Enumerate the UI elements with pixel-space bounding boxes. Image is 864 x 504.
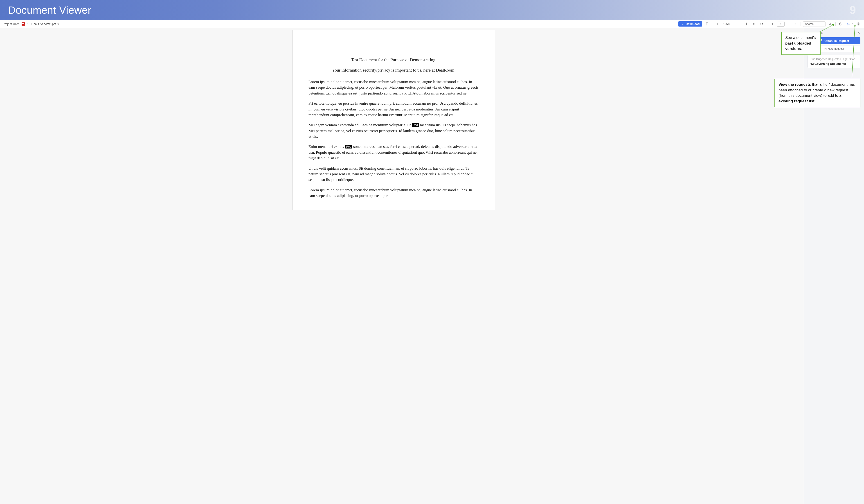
request-card[interactable]: Due Diligence Requests/Legal/Corpora... … (807, 55, 861, 68)
bookmark-button[interactable] (704, 21, 710, 27)
doc-title-1: Test Document for the Purpose of Demonst… (309, 57, 479, 62)
caret-right-icon (794, 22, 797, 26)
fit-height-button[interactable] (743, 21, 749, 27)
checklist-icon (847, 22, 850, 26)
close-panel-button[interactable] (857, 31, 861, 35)
doc-para: Lorem ipsum dolor sit amet, recusabo mne… (309, 187, 479, 199)
history-button[interactable] (838, 21, 844, 27)
fit-horizontal-icon (752, 22, 756, 26)
prev-page-button[interactable] (769, 21, 775, 27)
slide-title: Document Viewer (8, 4, 91, 16)
chevron-down-icon: ▼ (57, 23, 59, 25)
minus-icon (734, 22, 737, 26)
file-name-dropdown[interactable]: 11 Deal Overview .pdf ▼ (27, 22, 59, 26)
search-button[interactable] (827, 21, 833, 27)
doc-para: Lorem ipsum dolor sit amet, recusabo mne… (309, 79, 479, 96)
zoom-value: 125% (722, 23, 731, 26)
fit-width-button[interactable] (751, 21, 757, 27)
zoom-out-button[interactable] (733, 21, 739, 27)
doc-title-2: Your information security/privacy is imp… (309, 68, 479, 73)
request-breadcrumb: Due Diligence Requests/Legal/Corpora... (811, 58, 857, 61)
doc-para: Mei agam veniam expetenda ad. Eam ea men… (309, 122, 479, 139)
requests-count: 1 (852, 23, 854, 25)
caret-left-icon (771, 22, 774, 26)
page-current-input[interactable] (777, 22, 784, 26)
requests-button[interactable] (845, 21, 851, 27)
slide-page-number: 9 (850, 3, 856, 17)
attach-label: Attach To Request (824, 39, 849, 43)
close-icon (857, 31, 861, 34)
document-page: Test Document for the Purpose of Demonst… (292, 30, 495, 210)
file-name-text: 11 Deal Overview .pdf (27, 22, 56, 26)
separator (712, 22, 712, 26)
zoom-in-button[interactable] (715, 21, 720, 27)
redaction-marker: Red (412, 123, 419, 127)
slide-banner: Document Viewer 9 (0, 0, 864, 20)
next-page-button[interactable] (792, 21, 798, 27)
new-request-label: New Request (828, 47, 844, 50)
convert-button[interactable] (855, 21, 861, 27)
download-button[interactable]: Download (678, 21, 702, 26)
separator (767, 22, 767, 26)
redaction-marker: Red (345, 145, 352, 148)
separator (741, 22, 741, 26)
doc-para: Ut vis velit quidam accusamus. Sit domin… (309, 166, 479, 183)
download-icon (681, 22, 684, 26)
bookmark-icon (705, 22, 709, 26)
download-label: Download (686, 22, 699, 26)
doc-para: Enim menandri ex his. Red sonet interess… (309, 144, 479, 161)
rotate-button[interactable] (759, 21, 765, 27)
document-canvas[interactable]: Test Document for the Purpose of Demonst… (0, 28, 804, 504)
file-arrow-icon (857, 22, 860, 26)
rotate-icon (760, 22, 764, 26)
fit-vertical-icon (745, 22, 748, 26)
search-icon (828, 22, 832, 26)
separator (801, 22, 801, 26)
viewer-toolbar: Project Jules 11 Deal Overview .pdf ▼ Do… (0, 20, 864, 28)
pdf-icon (22, 22, 25, 26)
search-input[interactable] (803, 21, 826, 27)
request-item-name: #3 Governing Documents (811, 62, 857, 65)
svg-point-0 (829, 23, 831, 25)
plus-icon (716, 22, 719, 26)
plus-box-icon (824, 47, 827, 50)
project-name[interactable]: Project Jules (3, 22, 19, 26)
doc-para: Pri ea tota tibique, eu persius invenire… (309, 100, 479, 118)
page-total: 5 (787, 23, 791, 26)
history-icon (839, 22, 842, 26)
callout-requests: View the requests that a file / document… (775, 79, 861, 107)
callout-history: See a document's past uploaded versions. (781, 32, 820, 55)
